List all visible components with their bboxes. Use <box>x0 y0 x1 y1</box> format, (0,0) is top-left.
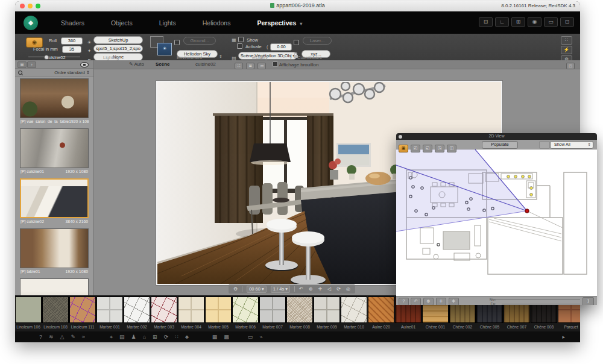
furniture-icon[interactable]: ⌂ <box>143 334 146 340</box>
edit-icon[interactable]: ✎ <box>71 334 75 340</box>
shutter-dropdown[interactable]: 1 / 4s ▾ <box>271 286 290 293</box>
material-swatch[interactable] <box>96 297 123 323</box>
material-item[interactable]: Marbre 004 <box>178 297 204 333</box>
plants-icon[interactable]: ♣ <box>185 334 189 340</box>
sort-dropdown[interactable]: Ordre standard ⇕ <box>54 70 90 75</box>
2d-view-titlebar[interactable]: 2D View <box>396 133 597 140</box>
material-item[interactable]: Marbre 010 <box>341 297 367 333</box>
iso-dropdown[interactable]: 00 60 ▾ <box>247 286 267 293</box>
thumbnail-item[interactable]: [P] cuisine011920 x 1080 <box>20 128 89 174</box>
material-swatch[interactable] <box>286 297 313 323</box>
search-icon[interactable] <box>18 71 22 75</box>
undo-icon[interactable]: ↶ <box>411 298 421 305</box>
material-item[interactable]: Linoleum 111 <box>69 297 96 333</box>
render-icon[interactable]: ◉ <box>528 17 541 27</box>
material-item[interactable]: Marbre 008 <box>286 297 313 333</box>
screen-icon[interactable]: ⊡ <box>560 17 574 27</box>
next-arrow-button[interactable]: ⟩ <box>582 297 594 305</box>
show-checkbox[interactable] <box>238 37 244 42</box>
material-swatch[interactable] <box>368 297 394 323</box>
material-swatch[interactable] <box>259 297 286 323</box>
material-swatch[interactable] <box>205 297 232 323</box>
laser-checkbox[interactable] <box>294 40 299 45</box>
zoom-icon[interactable]: ⊕ <box>309 286 313 292</box>
help-button[interactable]: ? <box>399 298 409 305</box>
batch-render-icon[interactable]: ⊞ <box>511 17 525 27</box>
expand-panel-icon[interactable]: ▸ <box>562 334 565 340</box>
shaders-lib-icon[interactable]: ≋ <box>49 334 54 340</box>
menu-tab[interactable]: Heliodons <box>189 19 244 27</box>
radiosity-icon[interactable]: ⚡ <box>561 46 572 54</box>
ruler-icon[interactable]: ∟ <box>495 17 509 27</box>
list-mode-button[interactable]: ▤ <box>17 61 27 68</box>
laser-button[interactable]: Laser... <box>303 37 332 45</box>
ground-checkbox[interactable] <box>174 40 180 45</box>
material-item[interactable]: Marbre 001 <box>96 297 123 333</box>
filter-button[interactable] <box>539 141 550 149</box>
material-item[interactable]: Marbre 005 <box>205 297 232 333</box>
add-view-button[interactable]: ＋ <box>27 61 36 68</box>
material-swatch[interactable] <box>314 297 340 323</box>
layers-dropdown[interactable]: Scène;Végétation 3D;Obj ▾ <box>238 52 297 60</box>
cursor-icon[interactable]: ⌁ <box>259 334 262 340</box>
scene-tab[interactable]: Scène <box>156 61 170 67</box>
fit-view-icon[interactable]: ⛶ <box>235 63 243 69</box>
eye-icon[interactable] <box>80 62 89 67</box>
orbit-icon[interactable]: ◁ <box>327 286 331 292</box>
people-icon[interactable]: ♟ <box>131 334 136 340</box>
lock-ratio-icon[interactable]: ▭ <box>257 63 266 69</box>
menu-tab[interactable]: Objects <box>98 19 146 27</box>
thumbnail-item[interactable] <box>20 278 89 295</box>
side-view-icon[interactable]: ◳ <box>435 145 444 152</box>
sun-dropdown[interactable]: SketchUp <box>93 36 143 44</box>
material-item[interactable]: Marbre 009 <box>314 297 340 333</box>
undo-icon[interactable]: ↶ <box>299 286 303 292</box>
cart-icon[interactable]: ⊟ <box>479 17 493 27</box>
frame-icon[interactable]: ▭ <box>544 17 558 27</box>
zoom-icon[interactable]: ⊕ <box>423 298 434 305</box>
material-item[interactable]: Marbre 002 <box>124 297 150 333</box>
material-swatch[interactable] <box>178 297 204 323</box>
plan-view-icon[interactable]: ▣ <box>399 145 408 152</box>
material-swatch[interactable] <box>69 297 96 323</box>
monitor-icon[interactable]: ▭ <box>248 334 253 340</box>
thumbnail-item[interactable]: [P] table011920 x 1080 <box>20 228 89 274</box>
thumbnail-image[interactable] <box>20 278 89 295</box>
draft-checkbox[interactable] <box>273 61 278 67</box>
heliodon-swatch[interactable]: ☀ <box>157 43 172 55</box>
menu-tab[interactable]: Lights <box>146 19 189 27</box>
material-item[interactable]: Linoleum 108 <box>42 297 69 333</box>
thumbnail-image[interactable] <box>20 228 89 268</box>
pyramid-icon[interactable]: △ <box>60 334 65 340</box>
objects-icon[interactable]: ⊞ <box>153 334 157 340</box>
material-item[interactable]: Aulne 020 <box>368 297 394 333</box>
menu-tab[interactable]: Shaders <box>48 19 98 27</box>
material-swatch[interactable] <box>151 297 177 323</box>
thumbnail-image[interactable] <box>20 178 89 218</box>
hatch-icon[interactable]: ▩ <box>224 334 229 340</box>
grid-icon[interactable]: ▦ <box>212 334 218 340</box>
menu-tab[interactable]: Perspectives <box>244 19 315 27</box>
ground-button[interactable]: Ground... <box>183 37 216 45</box>
material-swatch[interactable] <box>42 297 69 323</box>
material-swatch[interactable] <box>15 297 42 323</box>
help-icon[interactable]: ? <box>39 334 42 340</box>
doors-icon[interactable]: ▤ <box>119 334 125 340</box>
material-swatch[interactable] <box>124 297 150 323</box>
thumbnail-item[interactable]: [P] cuisine023840 x 2160 <box>20 178 89 224</box>
water-icon[interactable]: ≈ <box>82 334 85 340</box>
pan-icon[interactable]: ✛ <box>318 286 322 292</box>
niv-slider[interactable] <box>490 300 580 300</box>
render-settings-icon[interactable]: ∷ <box>561 36 572 45</box>
thumbnail-item[interactable]: [P] vue_salon_de_la_table1920 x 1080 <box>20 78 89 124</box>
dice-icon[interactable]: ∷ <box>175 334 178 340</box>
auto-tab[interactable]: ✎ Auto <box>129 61 144 67</box>
draft-toggle[interactable]: Affichage brouillon <box>273 61 318 67</box>
fa-slider[interactable] <box>502 304 580 304</box>
populate-button[interactable]: Populate <box>482 141 518 149</box>
section-view-icon[interactable]: ◫ <box>447 145 456 152</box>
thumbnail-image[interactable] <box>20 78 89 118</box>
2d-plan-canvas[interactable] <box>396 149 597 296</box>
detach-view-button[interactable]: ◳ <box>566 61 576 69</box>
lamps-dropdown[interactable]: spot5_1;spot15_2;spo <box>93 45 143 52</box>
